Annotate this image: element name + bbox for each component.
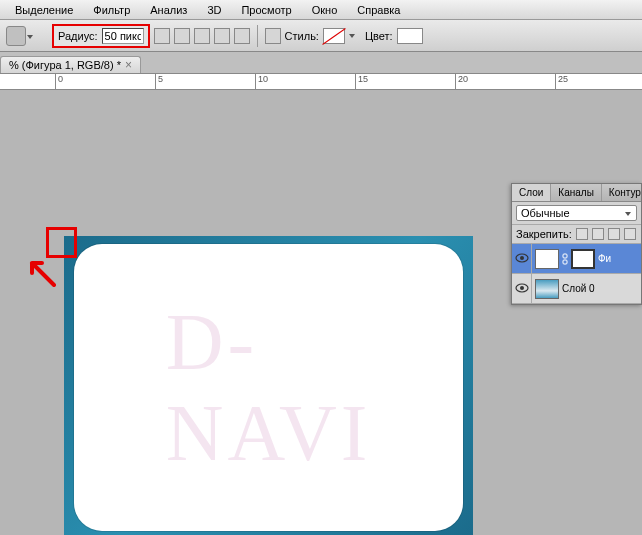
menu-view[interactable]: Просмотр [231, 2, 301, 18]
svg-point-1 [520, 256, 524, 260]
vector-mask-link-icon[interactable] [562, 253, 568, 265]
tab-channels[interactable]: Каналы [551, 184, 602, 201]
radius-input[interactable] [102, 28, 144, 44]
menu-help[interactable]: Справка [347, 2, 410, 18]
svg-rect-2 [563, 254, 567, 258]
annotation-highlight-box [46, 227, 77, 258]
work-area: D-NAVI Слои Каналы Контур Обычные Закреп… [0, 90, 642, 535]
menu-window[interactable]: Окно [302, 2, 348, 18]
style-swatch[interactable] [323, 28, 345, 44]
tool-preset-picker[interactable] [6, 26, 26, 46]
canvas-watermark-text: D-NAVI [166, 297, 372, 479]
horizontal-ruler: 0 5 10 15 20 25 [0, 74, 642, 90]
radius-label: Радиус: [58, 30, 98, 42]
shape-mode-icon-5[interactable] [234, 28, 250, 44]
lock-label: Закрепить: [516, 228, 572, 240]
ruler-tick: 15 [355, 74, 368, 89]
document-tab-title: % (Фигура 1, RGB/8) * [9, 59, 121, 71]
svg-rect-3 [563, 260, 567, 264]
menu-analysis[interactable]: Анализ [140, 2, 197, 18]
visibility-toggle[interactable] [512, 274, 532, 303]
ruler-tick: 0 [55, 74, 63, 89]
menu-select[interactable]: Выделение [5, 2, 83, 18]
lock-pixels-icon[interactable] [592, 228, 604, 240]
style-label: Стиль: [285, 30, 319, 42]
shape-mode-icon-4[interactable] [214, 28, 230, 44]
lock-row: Закрепить: [512, 225, 641, 244]
layer-name[interactable]: Слой 0 [562, 283, 595, 294]
layers-list: Фи Слой 0 [512, 244, 641, 304]
menu-bar: Выделение Фильтр Анализ 3D Просмотр Окно… [0, 0, 642, 20]
panel-tabs: Слои Каналы Контур [512, 184, 641, 202]
ruler-tick: 10 [255, 74, 268, 89]
visibility-toggle[interactable] [512, 244, 532, 273]
layer-row[interactable]: Фи [512, 244, 641, 274]
lock-position-icon[interactable] [608, 228, 620, 240]
document-canvas[interactable]: D-NAVI [64, 236, 473, 535]
ruler-tick: 20 [455, 74, 468, 89]
document-tab-bar: % (Фигура 1, RGB/8) * × [0, 52, 642, 74]
radius-group-highlight: Радиус: [52, 24, 150, 48]
layer-row[interactable]: Слой 0 [512, 274, 641, 304]
options-bar: Радиус: Стиль: Цвет: [0, 20, 642, 52]
blend-mode-dropdown[interactable]: Обычные [516, 205, 637, 221]
close-icon[interactable]: × [125, 59, 132, 71]
tab-layers[interactable]: Слои [512, 184, 551, 201]
lock-all-icon[interactable] [624, 228, 636, 240]
shape-mode-icon-3[interactable] [194, 28, 210, 44]
eye-icon [515, 253, 529, 265]
svg-point-5 [520, 286, 524, 290]
menu-3d[interactable]: 3D [197, 2, 231, 18]
lock-transparent-icon[interactable] [576, 228, 588, 240]
layer-thumbnail[interactable] [535, 249, 559, 269]
document-tab[interactable]: % (Фигура 1, RGB/8) * × [0, 56, 141, 73]
ruler-tick: 25 [555, 74, 568, 89]
shape-mode-icon-2[interactable] [174, 28, 190, 44]
layer-name[interactable]: Фи [598, 253, 611, 264]
tab-paths[interactable]: Контур [602, 184, 642, 201]
style-dropdown-icon[interactable] [349, 34, 355, 38]
layers-panel: Слои Каналы Контур Обычные Закрепить: [511, 183, 642, 305]
annotation-arrow-icon [26, 257, 56, 287]
blend-mode-row: Обычные [512, 202, 641, 225]
eye-icon [515, 283, 529, 295]
menu-filter[interactable]: Фильтр [83, 2, 140, 18]
color-swatch[interactable] [397, 28, 423, 44]
color-label: Цвет: [365, 30, 393, 42]
vector-mask-thumbnail[interactable] [571, 249, 595, 269]
shape-mode-icon-1[interactable] [154, 28, 170, 44]
divider [257, 25, 258, 47]
layer-thumbnail[interactable] [535, 279, 559, 299]
ruler-tick: 5 [155, 74, 163, 89]
geometry-options-icon[interactable] [265, 28, 281, 44]
